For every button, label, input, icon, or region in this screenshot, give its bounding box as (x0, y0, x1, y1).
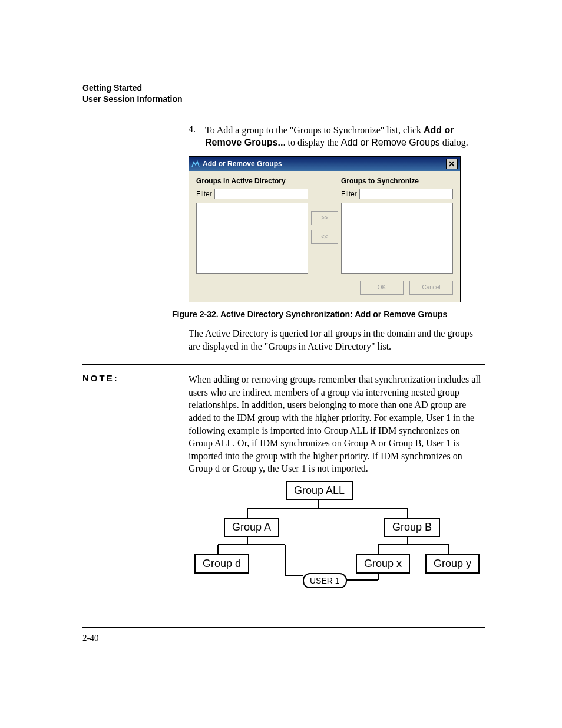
header-line2: User Session Information (82, 94, 485, 105)
groups-to-sync-label: Groups to Synchronize (341, 177, 453, 185)
page-number: 2-40 (82, 633, 99, 643)
note-label: NOTE: (82, 373, 189, 599)
dialog-title: Add or Remove Groups (203, 160, 446, 168)
box-group-b: Group B (384, 518, 440, 537)
paragraph-after-figure: The Active Directory is queried for all … (189, 327, 485, 353)
remove-button[interactable]: << (311, 230, 338, 244)
step-text: To Add a group to the "Groups to Synchro… (205, 124, 485, 149)
filter-label-left: Filter (196, 190, 212, 198)
add-button[interactable]: >> (311, 211, 338, 225)
group-hierarchy-diagram: Group ALL Group A Group B Group d Group … (190, 481, 484, 599)
add-remove-groups-dialog: Add or Remove Groups ✕ Groups in Active … (189, 156, 461, 302)
filter-input-left[interactable] (214, 189, 308, 199)
note-block: NOTE: When adding or removing groups rem… (82, 364, 485, 605)
step-4: 4. To Add a group to the "Groups to Sync… (189, 124, 485, 149)
box-group-d: Group d (194, 554, 249, 574)
filter-input-right[interactable] (359, 189, 453, 199)
step-number: 4. (189, 124, 205, 149)
box-user-1: USER 1 (303, 573, 347, 588)
box-group-all: Group ALL (286, 481, 353, 500)
dialog-app-icon (191, 160, 200, 167)
groups-in-ad-label: Groups in Active Directory (196, 177, 308, 185)
figure-caption: Figure 2-32. Active Directory Synchroniz… (172, 309, 485, 319)
ok-button[interactable]: OK (360, 281, 404, 295)
box-group-y: Group y (425, 554, 480, 574)
footer: 2-40 (82, 627, 485, 643)
groups-in-ad-listbox[interactable] (196, 203, 308, 274)
groups-to-sync-listbox[interactable] (341, 203, 453, 274)
cancel-button[interactable]: Cancel (409, 281, 453, 295)
box-group-x: Group x (356, 554, 410, 574)
close-icon[interactable]: ✕ (446, 159, 458, 169)
filter-label-right: Filter (341, 190, 357, 198)
page-header: Getting Started User Session Information (82, 83, 485, 105)
note-body: When adding or removing groups remember … (189, 373, 485, 475)
dialog-titlebar: Add or Remove Groups ✕ (189, 157, 460, 171)
header-line1: Getting Started (82, 83, 485, 94)
box-group-a: Group A (224, 518, 279, 537)
